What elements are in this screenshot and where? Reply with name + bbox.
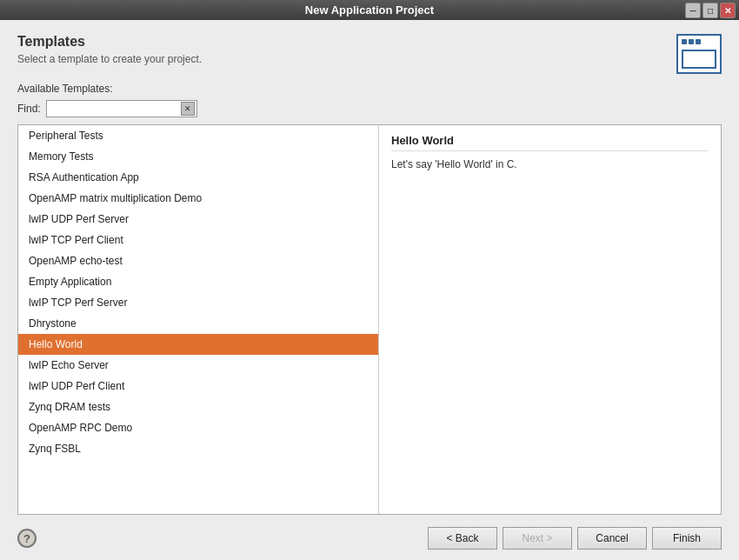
list-item-hello-world[interactable]: Hello World <box>18 334 378 355</box>
list-item-openamp-matrix[interactable]: OpenAMP matrix multiplication Demo <box>18 188 378 209</box>
title-bar-controls: ─ □ ✕ <box>685 3 736 18</box>
list-item-lwip-udp-perf-server[interactable]: lwIP UDP Perf Server <box>18 209 378 230</box>
content-area: Peripheral TestsMemory TestsRSA Authenti… <box>17 124 722 515</box>
dialog-body: Templates Select a template to create yo… <box>0 20 739 560</box>
available-templates-label: Available Templates: <box>17 83 722 95</box>
find-input-wrap: ✕ <box>46 100 197 117</box>
finish-button[interactable]: Finish <box>652 527 722 550</box>
list-item-lwip-tcp-perf-server[interactable]: lwIP TCP Perf Server <box>18 292 378 313</box>
header-icon <box>676 34 722 74</box>
next-button[interactable]: Next > <box>503 527 572 550</box>
dot3 <box>696 39 701 44</box>
find-clear-button[interactable]: ✕ <box>181 102 195 116</box>
header-icon-dots <box>682 39 701 44</box>
back-button[interactable]: < Back <box>428 527 497 550</box>
list-item-lwip-udp-perf-client[interactable]: lwIP UDP Perf Client <box>18 376 378 397</box>
list-item-memory-tests[interactable]: Memory Tests <box>18 146 378 167</box>
find-input[interactable] <box>49 103 179 115</box>
list-item-openamp-rpc-demo[interactable]: OpenAMP RPC Demo <box>18 417 378 438</box>
list-item-openamp-echo-test[interactable]: OpenAMP echo-test <box>18 250 378 271</box>
title-bar-text: New Application Project <box>305 3 434 17</box>
dialog-header: Templates Select a template to create yo… <box>17 34 722 74</box>
cancel-button[interactable]: Cancel <box>577 527 647 550</box>
dot1 <box>682 39 687 44</box>
maximize-button[interactable]: □ <box>702 3 718 18</box>
close-button[interactable]: ✕ <box>720 3 736 18</box>
find-row: Find: ✕ <box>17 100 722 117</box>
dialog-subtitle: Select a template to create your project… <box>17 53 202 65</box>
list-item-dhrystone[interactable]: Dhrystone <box>18 313 378 334</box>
list-item-zynq-fsbl[interactable]: Zynq FSBL <box>18 438 378 459</box>
list-item-zynq-dram-tests[interactable]: Zynq DRAM tests <box>18 397 378 417</box>
detail-panel-description: Let's say 'Hello World' in C. <box>391 158 709 170</box>
nav-buttons: < Back Next > Cancel Finish <box>428 527 722 550</box>
detail-panel: Hello World Let's say 'Hello World' in C… <box>379 125 721 514</box>
detail-panel-title: Hello World <box>391 134 709 151</box>
button-row: ? < Back Next > Cancel Finish <box>17 527 722 550</box>
dot2 <box>689 39 694 44</box>
title-bar: New Application Project ─ □ ✕ <box>0 0 739 20</box>
list-item-peripheral-tests[interactable]: Peripheral Tests <box>18 125 378 146</box>
list-item-lwip-tcp-perf-client[interactable]: lwIP TCP Perf Client <box>18 230 378 250</box>
minimize-button[interactable]: ─ <box>685 3 701 18</box>
list-item-empty-app[interactable]: Empty Application <box>18 271 378 292</box>
header-icon-screen <box>682 50 716 69</box>
list-item-lwip-echo-server[interactable]: lwIP Echo Server <box>18 355 378 376</box>
dialog-title: Templates <box>17 34 202 50</box>
list-item-rsa-auth[interactable]: RSA Authentication App <box>18 167 378 188</box>
dialog-header-text: Templates Select a template to create yo… <box>17 34 202 65</box>
template-list: Peripheral TestsMemory TestsRSA Authenti… <box>18 125 379 514</box>
help-button[interactable]: ? <box>17 529 37 548</box>
find-label: Find: <box>17 103 41 115</box>
